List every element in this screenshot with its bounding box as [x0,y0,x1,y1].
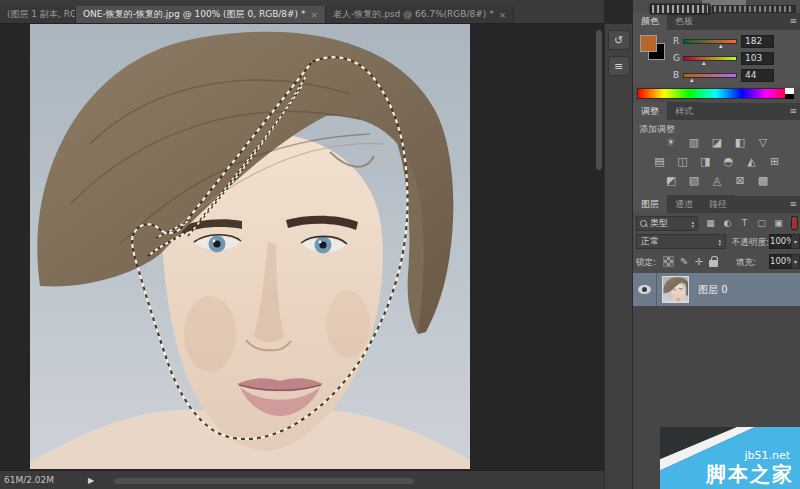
panel-menu-icon[interactable]: ≡ [789,16,797,26]
lock-position-move-icon[interactable]: ✛ [694,255,702,268]
document-tab-3[interactable]: 老人-恢复的.psd @ 66.7%(RGB/8#) * × [326,6,514,23]
pixel-layer-filter-icon[interactable]: ▦ [703,217,718,230]
filter-toggle-switch[interactable] [791,216,798,230]
blue-slider-thumb-icon[interactable]: ▴ [690,77,694,84]
canvas-image[interactable] [30,24,470,469]
adjustments-panel-header: 调整 样式 ≡ [633,103,800,120]
lock-label: 锁定: [636,257,656,269]
filter-search-icon [640,220,647,227]
foreground-color-swatch[interactable] [640,35,657,52]
vertical-scrollbar-thumb[interactable] [596,30,602,170]
color-panel: R ▴ 182 G ▴ 103 B ▴ 44 [633,30,800,87]
document-tab-label: (图层 1 副本, RGB/8#) * [7,8,76,21]
tab-paths[interactable]: 路径 [701,195,735,213]
horizontal-scrollbar[interactable] [112,477,592,485]
panel-column: 颜色 色板 ≡ R ▴ 182 G ▴ 103 B ▴ 4 [632,0,800,489]
photo-filter-icon[interactable]: ◓ [720,155,738,169]
brightness-contrast-icon[interactable]: ☀ [662,136,680,150]
blend-mode-value: 正常 [641,235,659,248]
document-tab-label: 老人-恢复的.psd @ 66.7%(RGB/8#) * [333,8,494,21]
panel-menu-icon[interactable]: ≡ [789,106,797,116]
type-layer-filter-icon[interactable]: T [737,217,752,230]
levels-icon[interactable]: ▥ [685,136,703,150]
close-icon[interactable]: × [311,10,319,20]
invert-icon[interactable]: ◩ [662,174,680,188]
fill-dropdown-icon[interactable]: ▾ [791,254,800,269]
layer-thumbnail[interactable] [662,276,689,303]
fill-label: 填充: [736,257,756,269]
green-value-field[interactable]: 103 [741,52,774,65]
spectrum-end-swatches[interactable] [785,88,794,99]
eye-icon[interactable] [638,285,651,294]
adjustments-panel: 添加调整 ☀ ▥ ◪ ◧ ▽ ▤ ◫ ◨ ◓ ◭ ⊞ ◩ ▧ ◬ ⊠ ▩ [633,120,800,196]
threshold-icon[interactable]: ◬ [708,174,726,188]
document-tab-label: ONE-恢复的-恢复的.jpg @ 100% (图层 0, RGB/8#) * [83,8,306,21]
panel-menu-icon[interactable]: ≡ [789,199,797,209]
status-arrow-icon[interactable]: ▶ [88,476,94,485]
status-bar: 61M/2.02M ▶ [0,470,604,489]
tab-color[interactable]: 颜色 [633,12,667,30]
lock-all-icon[interactable] [709,256,718,268]
tab-swatches[interactable]: 色板 [667,12,701,30]
lock-transparency-icon[interactable] [663,256,674,267]
adjustment-layer-filter-icon[interactable]: ◐ [720,217,735,230]
selective-color-icon[interactable]: ⊠ [731,174,749,188]
add-adjustment-label: 添加调整 [639,123,675,136]
portrait-photo [30,24,470,469]
properties-panel-icon[interactable]: ≡ [608,56,630,76]
vibrance-icon[interactable]: ▽ [754,136,772,150]
visibility-cell[interactable] [633,273,657,306]
shape-layer-filter-icon[interactable]: ▢ [754,217,769,230]
red-value-field[interactable]: 182 [741,35,774,48]
red-slider-thumb-icon[interactable]: ▴ [719,43,723,50]
site-watermark: jb51.net 脚本之家 [660,427,800,489]
document-size-info: 61M/2.02M [0,475,54,485]
blue-channel-label: B [673,70,679,80]
red-channel-label: R [673,36,679,46]
photoshop-window: (图层 1 副本, RGB/8#) * × ONE-恢复的-恢复的.jpg @ … [0,0,800,489]
lock-row: 锁定: ✎ ✛ 填充: 100% ▾ [633,254,800,271]
canvas-area[interactable] [0,24,604,470]
tab-adjustments[interactable]: 调整 [633,102,667,120]
posterize-icon[interactable]: ▧ [685,174,703,188]
smart-object-filter-icon[interactable]: ▣ [771,217,786,230]
red-channel-slider[interactable] [683,39,737,44]
blue-value-field[interactable]: 44 [741,69,774,82]
blend-mode-row: 正常 ▴▾ 不透明度: 100% ▾ [633,234,800,251]
close-icon[interactable]: × [499,10,507,20]
stepper-icon: ▴▾ [691,220,694,228]
black-white-icon[interactable]: ◨ [697,155,715,169]
opacity-dropdown-icon[interactable]: ▾ [791,234,800,249]
layer-row-selected[interactable]: 图层 0 [633,273,800,306]
document-tab-2[interactable]: ONE-恢复的-恢复的.jpg @ 100% (图层 0, RGB/8#) * … [76,6,326,23]
hue-saturation-icon[interactable]: ▤ [651,155,669,169]
blue-channel-row: B ▴ 44 [633,69,800,84]
black-swatch[interactable] [785,94,794,99]
color-spectrum-ramp[interactable] [637,88,794,99]
watermark-brand-name: 脚本之家 [706,461,794,488]
channel-mixer-icon[interactable]: ◭ [743,155,761,169]
stepper-icon: ▴▾ [718,238,721,246]
color-lookup-icon[interactable]: ⊞ [766,155,784,169]
green-slider-thumb-icon[interactable]: ▴ [702,60,706,67]
color-panel-header: 颜色 色板 ≡ [633,13,800,30]
history-panel-icon[interactable]: ↺ [608,30,630,50]
color-balance-icon[interactable]: ◫ [674,155,692,169]
tab-channels[interactable]: 通道 [667,195,701,213]
horizontal-scrollbar-thumb[interactable] [114,478,414,484]
document-tab-1[interactable]: (图层 1 副本, RGB/8#) * × [0,6,76,23]
filter-kind-dropdown[interactable]: 类型 ▴▾ [636,216,698,231]
gradient-map-icon[interactable]: ▩ [754,174,772,188]
tab-styles[interactable]: 样式 [667,102,701,120]
vertical-scrollbar[interactable] [595,26,603,466]
tab-layers[interactable]: 图层 [633,195,667,213]
layers-panel-header: 图层 通道 路径 ≡ [633,196,800,213]
curves-icon[interactable]: ◪ [708,136,726,150]
green-channel-slider[interactable] [683,56,737,61]
blend-mode-dropdown[interactable]: 正常 ▴▾ [636,234,726,249]
exposure-icon[interactable]: ◧ [731,136,749,150]
layer-name[interactable]: 图层 0 [698,283,728,297]
layer-filter-row: 类型 ▴▾ ▦ ◐ T ▢ ▣ [633,215,800,232]
document-tab-bar: (图层 1 副本, RGB/8#) * × ONE-恢复的-恢复的.jpg @ … [0,0,604,24]
lock-pixels-brush-icon[interactable]: ✎ [680,255,688,268]
